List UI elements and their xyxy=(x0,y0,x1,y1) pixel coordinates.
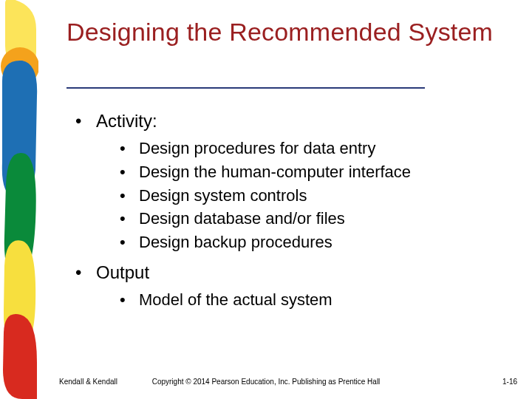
bullet-label: Activity: xyxy=(96,111,157,131)
decorative-sidebar xyxy=(0,0,38,399)
sub-bullet: Design procedures for data entry xyxy=(61,137,504,160)
sub-bullet: Design backup procedures xyxy=(61,231,504,253)
output-sub-group: Model of the actual system xyxy=(61,289,504,311)
sub-bullet: Model of the actual system xyxy=(61,289,504,311)
bullet-label: Output xyxy=(96,262,149,282)
activity-sub-group: Design procedures for data entry Design … xyxy=(61,137,504,253)
slide: Designing the Recommended System Activit… xyxy=(0,0,532,399)
sub-bullet: Design the human-computer interface xyxy=(61,161,504,183)
content-area: Activity: Design procedures for data ent… xyxy=(61,103,504,318)
title-underline xyxy=(66,87,425,89)
bullet-output: Output xyxy=(61,261,504,284)
sub-bullet: Design system controls xyxy=(61,185,504,207)
footer-author: Kendall & Kendall xyxy=(59,378,117,386)
bullet-activity: Activity: xyxy=(61,109,504,133)
slide-title: Designing the Recommended System xyxy=(66,16,493,48)
footer-copyright: Copyright © 2014 Pearson Education, Inc.… xyxy=(152,378,381,386)
sub-bullet: Design database and/or files xyxy=(61,208,504,230)
footer-page-number: 1-16 xyxy=(502,378,517,386)
